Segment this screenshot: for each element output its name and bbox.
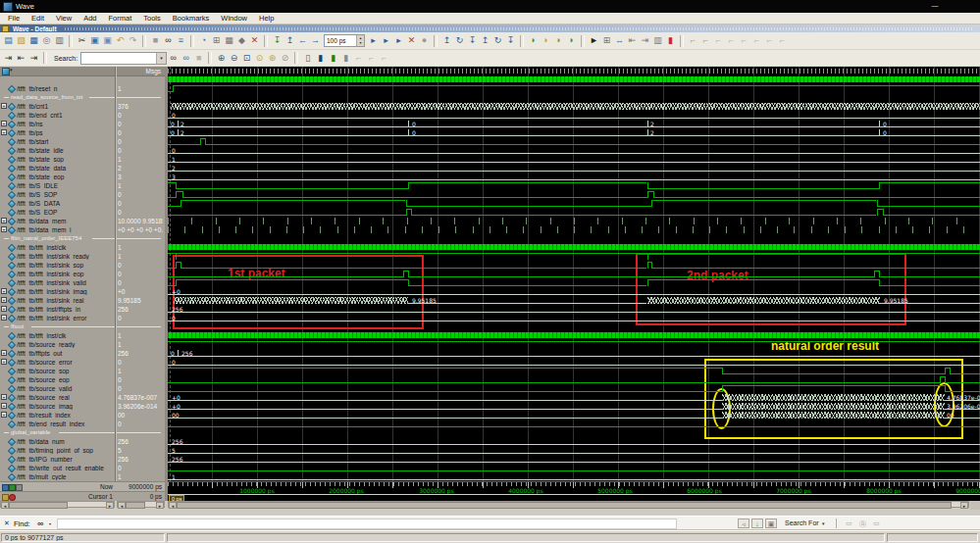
- undo-icon[interactable]: ↶: [114, 34, 127, 47]
- add-selected-to-region-icon[interactable]: ⇤: [15, 52, 27, 65]
- edge-next-icon[interactable]: ⌐: [725, 34, 738, 47]
- menu-help[interactable]: Help: [253, 14, 280, 23]
- chevron-down-icon[interactable]: ▾: [822, 520, 825, 526]
- cursor-lock-right-icon[interactable]: ⇥: [639, 34, 651, 47]
- menu-bookmarks[interactable]: Bookmarks: [167, 14, 216, 23]
- cursor-lock-left-icon[interactable]: ⇤: [626, 34, 639, 47]
- zoom-other-icon[interactable]: ⊘: [279, 52, 291, 65]
- signal-row[interactable]: /tfft_tb/IPG_number256: [0, 455, 165, 464]
- signal-row[interactable]: /tfft_tb/end_cnt10: [0, 111, 165, 120]
- zoom-cursor-icon[interactable]: ⊙: [253, 52, 266, 65]
- signal-group-divider[interactable]: read_data_source_from_txt: [0, 93, 165, 102]
- restart-icon[interactable]: ↧: [271, 34, 284, 47]
- search-for-dropdown[interactable]: Search For: [785, 519, 819, 526]
- step-back-icon[interactable]: ←: [296, 34, 309, 47]
- search-forward-icon[interactable]: ∞: [180, 52, 192, 65]
- step-fwd-icon[interactable]: →: [309, 34, 322, 47]
- signal-row[interactable]: /tfft_tb/write_out_result_enable0: [0, 464, 165, 472]
- paste-icon[interactable]: ▣: [101, 34, 114, 47]
- prev-edge-icon[interactable]: ↥: [479, 34, 491, 47]
- cursor-lock-icon[interactable]: ▮: [339, 52, 352, 65]
- expand-plus-icon[interactable]: +: [1, 129, 7, 135]
- show-drivers-icon[interactable]: ▥: [651, 34, 664, 47]
- export-wave-icon[interactable]: ◗: [565, 34, 578, 47]
- find-options-button[interactable]: ▣: [765, 518, 777, 528]
- signal-row[interactable]: /tfft_tb/tfft_inst/sink_ready1: [0, 252, 165, 261]
- continue-run-icon[interactable]: ▸: [380, 34, 392, 47]
- zoom-range-icon[interactable]: ⊛: [266, 52, 279, 65]
- signal-row[interactable]: +/tfft_tb/ns0: [0, 120, 165, 128]
- expand-plus-icon[interactable]: +: [1, 306, 7, 312]
- cursor-row[interactable]: Cursor 1 0 ps: [0, 491, 165, 501]
- signal-row[interactable]: +/tfft_tb/tfft_inst/sink_error0: [0, 314, 165, 322]
- add-selected-to-window-icon[interactable]: ⇥: [2, 52, 15, 65]
- edge-fall-icon[interactable]: ⌐: [750, 34, 763, 47]
- match-case-checkbox[interactable]: ▭: [846, 519, 852, 527]
- expand-plus-icon[interactable]: +: [1, 218, 7, 223]
- redo-icon[interactable]: ↷: [127, 34, 139, 47]
- regex-checkbox[interactable]: ▭: [873, 519, 880, 527]
- expand-plus-icon[interactable]: +: [1, 359, 7, 365]
- signal-row[interactable]: +/tfft_tb/source_error0: [0, 358, 165, 367]
- scroll-left-arrow[interactable]: ◂: [169, 502, 177, 509]
- signal-group-divider[interactable]: fftout: [0, 322, 165, 331]
- signal-row[interactable]: /tfft_tb/tfft_inst/sink_eop0: [0, 270, 165, 278]
- select-mode-icon[interactable]: ►: [588, 34, 600, 47]
- signal-row[interactable]: /tfft_tb/tfft_inst/clk1: [0, 243, 165, 252]
- add-wave-icon[interactable]: ◗: [527, 34, 540, 47]
- collapse-icon[interactable]: ≡: [175, 34, 187, 47]
- center-cursor-icon[interactable]: ↻: [491, 34, 504, 47]
- signal-row[interactable]: +/tfft_tb/data_mem10.0000 9.95185 ...: [0, 217, 165, 225]
- wave-scrollbar[interactable]: ◂ ▸: [168, 501, 969, 508]
- search-reverse-icon[interactable]: ∞: [167, 52, 180, 65]
- expand-plus-icon[interactable]: +: [1, 103, 7, 109]
- signal-row[interactable]: /tfft_tb/timing_point_of_sop5: [0, 446, 165, 455]
- expand-plus-icon[interactable]: +: [1, 350, 7, 356]
- cursor-delete-icon[interactable]: ▮: [314, 52, 327, 65]
- signal-row[interactable]: /tfft_tb/source_valid0: [0, 384, 165, 393]
- scroll-right-arrow[interactable]: ▸: [106, 502, 114, 509]
- signal-row[interactable]: +/tfft_tb/source_real4.76837e-007: [0, 393, 165, 402]
- signal-group-divider[interactable]: fftin_natral_order_IEEE754: [0, 234, 165, 243]
- whole-word-checkbox[interactable]: ⓐ: [859, 519, 866, 529]
- edge-any-icon[interactable]: ⌐: [763, 34, 776, 47]
- edit-wave-icon[interactable]: ◗: [552, 34, 565, 47]
- prev-transition-icon[interactable]: ↥: [440, 34, 453, 47]
- signal-row[interactable]: /tfft_tb/state_data2: [0, 164, 165, 173]
- save-icon[interactable]: ▦: [27, 34, 40, 47]
- signal-row[interactable]: +/tfft_tb/tfft_inst/fftpts_in256: [0, 305, 165, 314]
- scroll-right-arrow[interactable]: ▸: [960, 502, 968, 509]
- next-rising-edge-icon[interactable]: ⌐: [378, 52, 390, 65]
- signal-row[interactable]: /tfft_tb/state_idle0: [0, 146, 165, 155]
- search-input[interactable]: ▾: [80, 52, 167, 65]
- memory-icon[interactable]: ▦: [223, 34, 235, 47]
- expand-plus-icon[interactable]: +: [1, 297, 7, 303]
- find-icon[interactable]: ∞: [162, 34, 175, 47]
- signal-row[interactable]: /tfft_tb/data_num256: [0, 437, 165, 446]
- signal-row[interactable]: +/tfft_tb/cnt1376: [0, 102, 165, 111]
- signal-names-panel[interactable]: ▾ Msgs /tfft_tb/reset_n1read_data_source…: [0, 67, 165, 481]
- signal-row[interactable]: +/tfft_tb/source_imag3.96206e-014: [0, 402, 165, 411]
- new-file-icon[interactable]: ▤: [2, 34, 15, 47]
- timeline-ruler[interactable]: 0 ps 1000000 ps2000000 ps3000000 ps40000…: [168, 481, 980, 501]
- signal-row[interactable]: /tfft_tb/reset_n1: [0, 84, 165, 93]
- cursor-sync-icon[interactable]: ▮: [327, 52, 339, 65]
- expand-plus-icon[interactable]: +: [1, 121, 7, 126]
- menu-file[interactable]: File: [2, 14, 26, 23]
- next-edge-icon[interactable]: ↧: [504, 34, 517, 47]
- signal-row[interactable]: /tfft_tb/S_SOP0: [0, 190, 165, 199]
- copy-icon[interactable]: ▣: [88, 34, 101, 47]
- search-options-icon[interactable]: ■: [192, 52, 205, 65]
- menu-edit[interactable]: Edit: [26, 14, 50, 23]
- signal-row[interactable]: /tfft_tb/S_EOP0: [0, 208, 165, 217]
- minimize-button[interactable]: —: [926, 1, 944, 11]
- find-input[interactable]: [57, 518, 677, 529]
- edge-last-icon[interactable]: ⌐: [776, 34, 789, 47]
- signal-row[interactable]: [0, 75, 165, 84]
- next-transition-icon[interactable]: ↧: [466, 34, 479, 47]
- edit-mode-icon[interactable]: ↔: [613, 34, 626, 47]
- values-scrollbar[interactable]: ◂ ▸: [117, 501, 165, 508]
- expand-icon[interactable]: [16, 484, 23, 491]
- chevron-down-icon[interactable]: ▾: [49, 521, 51, 526]
- menu-format[interactable]: Format: [103, 14, 138, 23]
